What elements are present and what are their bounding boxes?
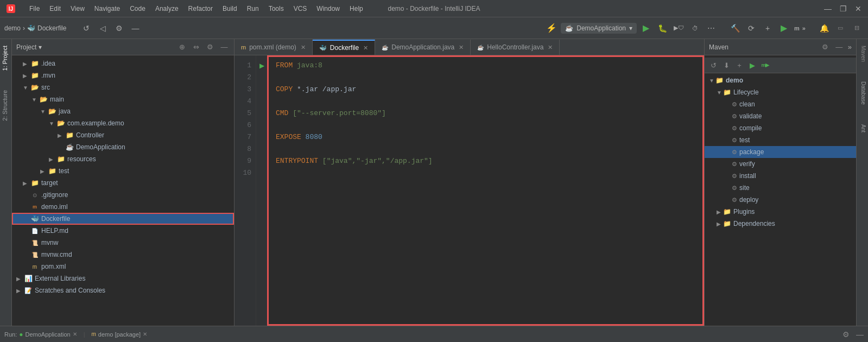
tab-dockerfile[interactable]: 🐳 Dockerfile ✕ [313,40,375,55]
maven-item-clean[interactable]: ⚙ clean [705,98,856,110]
maven-settings-icon[interactable]: ⚙ [820,42,831,53]
status-demo-package[interactable]: demo [package] [98,331,141,338]
menu-build[interactable]: Build [218,4,242,14]
tab-close-dockerfile[interactable]: ✕ [363,45,368,52]
build-run-button[interactable]: ▶ [777,21,791,35]
split-icon[interactable]: ⊟ [850,21,864,35]
tree-item-mvnw[interactable]: ▶ 📜 mvnw [12,237,234,249]
menu-vcs[interactable]: VCS [289,4,312,14]
tab-close-demo-app[interactable]: ✕ [459,44,464,51]
tree-item-resources[interactable]: ▶ 📁 resources [12,153,234,165]
tree-item-mvn[interactable]: ▶ 📁 .mvn [12,69,234,81]
project-settings-icon[interactable]: ⚙ [205,42,216,53]
menu-file[interactable]: File [25,4,44,14]
tab-close-hello-ctrl[interactable]: ✕ [548,44,553,51]
maven-item-install[interactable]: ⚙ install [705,170,856,182]
sync-icon[interactable]: ↺ [79,21,93,35]
tree-item-helpmd[interactable]: ▶ 📄 HELP.md [12,225,234,237]
tree-item-iml[interactable]: ▶ m demo.iml [12,201,234,213]
tree-item-mvnwcmd[interactable]: ▶ 📜 mvnw.cmd [12,249,234,261]
menu-window[interactable]: Window [312,4,344,14]
code-editor[interactable]: 1 2 3 4 5 6 7 8 9 10 ▶ [235,55,704,326]
menu-code[interactable]: Code [125,4,150,14]
left-tab-project[interactable]: 1: Project [0,41,11,75]
collapse-icon[interactable]: — [128,21,142,35]
tree-item-java[interactable]: ▼ 📂 java [12,105,234,117]
menu-navigate[interactable]: Navigate [90,4,124,14]
menu-edit[interactable]: Edit [45,4,65,14]
maven-item-demo[interactable]: ▼ 📁 demo [705,74,856,86]
tree-item-controller[interactable]: ▶ 📁 Controller [12,129,234,141]
minimize-button[interactable]: — [823,4,832,13]
breadcrumb-project[interactable]: demo [4,24,21,32]
maven-run2-icon[interactable]: m▶ [760,60,771,71]
menu-view[interactable]: View [66,4,89,14]
maven-item-dependencies[interactable]: ▶ 📁 Dependencies [705,218,856,230]
status-package-close[interactable]: ✕ [143,331,147,337]
profile-button[interactable]: ⏱ [688,21,702,35]
run-button[interactable]: ▶ [639,21,653,35]
maven-item-deploy[interactable]: ⚙ deploy [705,194,856,206]
tree-item-idea[interactable]: ▶ 📁 .idea [12,58,234,69]
status-minus-icon[interactable]: — [856,330,864,339]
terminal-icon[interactable]: ▭ [833,21,847,35]
tree-item-main[interactable]: ▼ 📂 main [12,93,234,105]
maven-add-icon[interactable]: + [734,60,745,71]
tree-item-scratches[interactable]: ▶ 📝 Scratches and Consoles [12,284,234,296]
status-demo-app[interactable]: DemoApplication [26,331,71,338]
right-tab-ant[interactable]: Ant [857,120,868,137]
maven-item-plugins[interactable]: ▶ 📁 Plugins [705,206,856,218]
tree-item-src[interactable]: ▼ 📂 src [12,81,234,93]
status-gear-icon[interactable]: ⚙ [842,330,850,339]
code-content[interactable]: FROM java:8 COPY *.jar /app.jar CMD ["--… [267,55,704,326]
menu-run[interactable]: Run [243,4,263,14]
tree-item-dockerfile[interactable]: ▶ 🐳 Dockerfile [12,213,234,225]
project-minimize-icon[interactable]: — [219,42,230,53]
update-button[interactable]: ⟳ [744,21,758,35]
add-button[interactable]: + [761,21,775,35]
notifications-icon[interactable]: 🔔 [817,21,831,35]
tree-item-target[interactable]: ▶ 📁 target [12,177,234,189]
tree-item-test[interactable]: ▶ 📁 test [12,165,234,177]
maximize-button[interactable]: ❐ [839,4,847,13]
right-tab-database[interactable]: Database [857,77,868,109]
maven-more[interactable]: m » [793,21,807,35]
left-tab-structure[interactable]: 2: Structure [0,86,11,125]
navigate-icon[interactable]: ⚡ [544,21,559,35]
navigate-back-icon[interactable]: ◁ [96,21,110,35]
maven-run-icon[interactable]: ▶ [747,60,758,71]
more-actions[interactable]: ⋯ [704,21,718,35]
tree-item-gitignore[interactable]: ▶ ⊙ .gitignore [12,189,234,201]
maven-item-test[interactable]: ⚙ test [705,134,856,146]
menu-analyze[interactable]: Analyze [151,4,183,14]
menu-tools[interactable]: Tools [264,4,288,14]
menu-help[interactable]: Help [345,4,368,14]
tab-hello-ctrl[interactable]: ☕ HelloController.java ✕ [471,40,560,55]
coverage-button[interactable]: ▶🛡 [671,21,686,35]
build-button[interactable]: 🔨 [728,21,742,35]
tab-close-pom[interactable]: ✕ [301,44,306,51]
menu-refactor[interactable]: Refactor [184,4,217,14]
right-tab-maven[interactable]: Maven [857,41,868,66]
maven-item-package[interactable]: ⚙ package [705,146,856,158]
settings-icon[interactable]: ⚙ [112,21,126,35]
maven-minimize-icon[interactable]: — [834,42,845,53]
breadcrumb-file[interactable]: Dockerfile [37,24,66,32]
locate-icon[interactable]: ⊕ [176,42,187,53]
maven-item-compile[interactable]: ⚙ compile [705,122,856,134]
maven-refresh-icon[interactable]: ↺ [708,60,719,71]
maven-item-validate[interactable]: ⚙ validate [705,110,856,122]
tab-pom-xml[interactable]: m pom.xml (demo) ✕ [235,40,313,55]
tree-item-pomxml[interactable]: ▶ m pom.xml [12,261,234,273]
maven-item-lifecycle[interactable]: ▼ 📁 Lifecycle [705,86,856,98]
tree-item-com-example[interactable]: ▼ 📂 com.example.demo [12,117,234,129]
run-configuration[interactable]: ☕ DemoApplication ▾ [561,23,637,34]
tree-item-demo-app[interactable]: ▶ ☕ DemoApplication [12,141,234,153]
status-run-close[interactable]: ✕ [73,331,77,337]
maven-download-icon[interactable]: ⬇ [721,60,732,71]
collapse-all-icon[interactable]: ⇔ [191,42,201,53]
maven-item-verify[interactable]: ⚙ verify [705,158,856,170]
tree-item-extlibs[interactable]: ▶ 📊 External Libraries [12,273,234,284]
maven-item-site[interactable]: ⚙ site [705,182,856,194]
close-button[interactable]: ✕ [854,4,863,13]
